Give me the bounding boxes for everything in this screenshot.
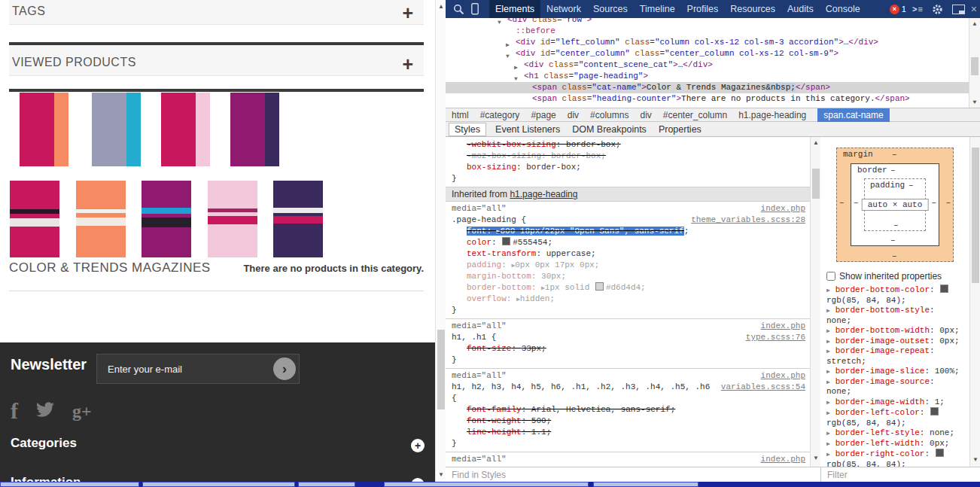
sidebar-tab-dom-breakpoints[interactable]: DOM Breakpoints [572, 124, 647, 135]
border-bottom-value[interactable]: – [890, 236, 896, 245]
scrollbar-thumb[interactable] [971, 57, 978, 75]
color-swatch[interactable] [930, 407, 939, 415]
computed-property[interactable]: ▶ border-left-style: none; [826, 428, 960, 439]
rule-selector[interactable]: h1, .h1 { [452, 332, 496, 343]
dom-tree-line[interactable]: ▶<div class="content_scene_cat">…</div> [446, 59, 980, 71]
viewed-products-expand-icon[interactable]: + [402, 55, 413, 74]
css-property[interactable]: line-height: 1.1; [446, 427, 810, 438]
padding-top-value[interactable]: – [908, 181, 914, 190]
css-property[interactable]: color: #555454; [446, 237, 810, 248]
dom-tree-line[interactable]: <span class="cat-name">Color & Trends Ma… [446, 82, 980, 93]
margin-top-value[interactable]: – [892, 150, 897, 159]
dom-tree-line[interactable]: <span class="heading-counter">There are … [446, 93, 980, 105]
scrollbar-up-arrow[interactable]: ▲ [969, 19, 980, 29]
color-swatch[interactable] [940, 285, 948, 293]
computed-property[interactable]: ▶ border-image-width: 1; [826, 397, 960, 408]
tags-expand-icon[interactable]: + [402, 4, 413, 23]
border-top-value[interactable]: – [890, 166, 896, 175]
scrollbar-down-arrow[interactable]: ▼ [970, 455, 980, 464]
taskbar-button[interactable] [142, 482, 295, 487]
stylesheet-link[interactable]: index.php [761, 203, 805, 215]
breadcrumb--page[interactable]: #page [531, 110, 555, 120]
computed-property[interactable]: ▶ border-bottom-color: rgb(85, 84, 84); [826, 285, 960, 306]
box-model-padding[interactable]: padding – – – – auto × auto [864, 178, 926, 231]
expand-arrow-icon[interactable]: ▶ [826, 440, 834, 447]
computed-property[interactable]: ▶ border-left-color: rgb(85, 84, 84); [826, 407, 960, 428]
css-property[interactable]: -moz-box-sizing: border-box; [446, 151, 810, 162]
breadcrumb-html[interactable]: html [452, 110, 469, 120]
padding-bottom-value[interactable]: – [893, 221, 899, 230]
computed-property[interactable]: ▶ border-bottom-width: 0px; [826, 326, 960, 336]
box-model-content[interactable]: auto × auto [862, 199, 929, 211]
computed-property[interactable]: ▶ border-image-outset: 0px; [826, 336, 960, 347]
color-swatch[interactable] [502, 237, 510, 245]
expand-arrow-icon[interactable]: ▶ [826, 430, 834, 437]
computed-filter-input[interactable] [821, 468, 970, 480]
css-property[interactable]: font-size: 33px; [446, 343, 810, 355]
taskbar-button[interactable] [298, 482, 355, 487]
scrollbar-up-arrow[interactable]: ▲ [436, 2, 446, 11]
dom-tree-line[interactable]: ::before [446, 26, 980, 37]
selected-declaration[interactable]: font: ▶600 18px/22px "Open Sans", sans-s… [467, 227, 684, 236]
tab-timeline[interactable]: Timeline [634, 0, 681, 18]
expand-arrow-icon[interactable]: ▶ [826, 348, 834, 355]
computed-property[interactable]: ▶ border-left-width: 0px; [826, 439, 960, 449]
tab-audits[interactable]: Audits [781, 0, 820, 18]
expand-arrow-icon[interactable]: ▶ [826, 379, 834, 385]
computed-property[interactable]: ▶ border-bottom-style: none; [826, 306, 960, 326]
box-model-border[interactable]: border – – – – padding – – – – auto × au… [851, 163, 939, 246]
dom-tree-line[interactable]: ▼<div class="row"> [446, 18, 980, 26]
margin-right-value[interactable]: – [945, 198, 951, 207]
css-property[interactable]: padding: ▶0px 0px 17px 0px; [446, 260, 810, 271]
computed-property[interactable]: ▶ border-image-source: none; [826, 377, 960, 397]
google-plus-icon[interactable]: g+ [72, 400, 92, 422]
tab-elements[interactable]: Elements [489, 0, 540, 18]
expand-arrow-icon[interactable]: ▶ [826, 368, 834, 375]
sidebar-tab-styles[interactable]: Styles [449, 123, 486, 136]
show-inherited-checkbox[interactable] [826, 272, 835, 281]
inherited-node-link[interactable]: h1.page-heading [510, 189, 577, 199]
border-left-value[interactable]: – [854, 198, 859, 207]
css-property[interactable]: border-bottom: ▶1px solid #d6d4d4; [446, 282, 810, 294]
sidebar-tab-event-listeners[interactable]: Event Listeners [495, 124, 560, 135]
devtools-close-icon[interactable]: × [971, 0, 977, 18]
breadcrumb-div[interactable]: div [568, 110, 579, 120]
computed-scrollbar[interactable]: ▼ [969, 137, 980, 467]
twitter-icon[interactable] [35, 400, 56, 422]
computed-property[interactable]: ▶ border-image-repeat: stretch; [826, 346, 960, 367]
breadcrumb--columns[interactable]: #columns [590, 110, 628, 120]
scrollbar-down-arrow[interactable]: ▼ [436, 470, 446, 479]
scrollbar-up-arrow[interactable]: ▲ [811, 138, 821, 148]
computed-property[interactable]: ▶ border-image-slice: 100%; [826, 367, 960, 377]
expand-arrow-icon[interactable]: ▶ [826, 307, 834, 314]
newsletter-email-input[interactable] [97, 355, 275, 383]
stylesheet-link[interactable]: index.php [761, 454, 805, 465]
console-drawer-icon[interactable]: >≡ [912, 5, 924, 14]
dom-tree-line[interactable]: ▼<div id="center_column" class="center_c… [446, 48, 980, 59]
tab-console[interactable]: Console [820, 0, 866, 18]
tab-network[interactable]: Network [540, 0, 587, 18]
gear-icon[interactable] [930, 0, 946, 18]
facebook-icon[interactable]: f [11, 400, 18, 422]
scrollbar-down-arrow[interactable]: ▼ [811, 453, 821, 463]
color-swatch[interactable] [595, 282, 604, 291]
breadcrumb-span-cat-name[interactable]: span.cat-name [817, 108, 889, 122]
expand-arrow-icon[interactable]: ▶ [826, 338, 834, 345]
viewed-products-section-header[interactable]: VIEWED PRODUCTS + [9, 45, 424, 76]
stylesheet-link[interactable]: variables.scss:54 [721, 382, 805, 393]
breadcrumb--category[interactable]: #category [480, 110, 520, 120]
find-in-styles-input[interactable] [446, 468, 789, 480]
device-mode-icon[interactable] [467, 0, 483, 18]
stylesheet-link[interactable]: index.php [761, 321, 805, 332]
sidebar-tab-properties[interactable]: Properties [659, 124, 702, 135]
expand-arrow-icon[interactable]: ▶ [826, 287, 834, 294]
css-property[interactable]: -webkit-box-sizing: border-box; [446, 139, 810, 151]
dom-tree-scrollbar[interactable]: ▲ ▼ [969, 18, 980, 108]
rule-selector[interactable]: .page-heading { [452, 215, 526, 226]
tab-profiles[interactable]: Profiles [681, 0, 725, 18]
expand-arrow-icon[interactable]: ▶ [826, 409, 834, 416]
css-property[interactable]: text-transform: uppercase; [446, 248, 810, 260]
css-property[interactable]: font-family: Arial, Helvetica, sans-seri… [446, 404, 810, 415]
tab-sources[interactable]: Sources [587, 0, 634, 18]
stylesheet-link[interactable]: index.php [761, 370, 805, 382]
